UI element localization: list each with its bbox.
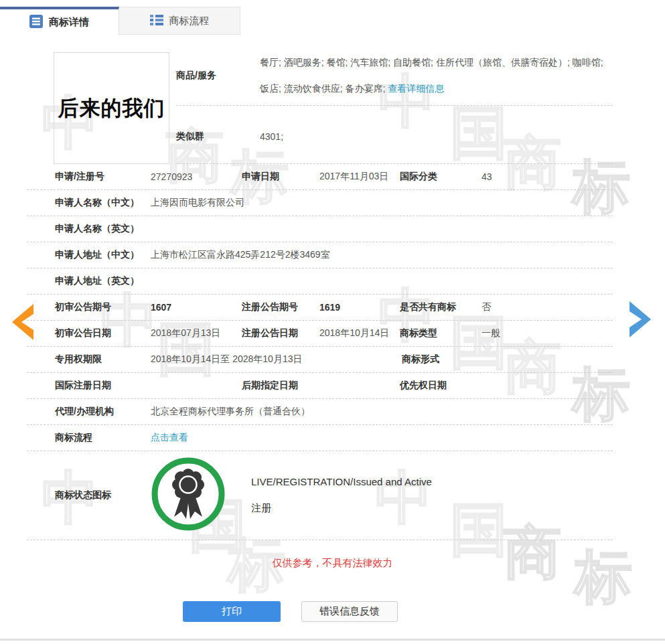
row-applicant-name-en: 申请人名称（英文） bbox=[27, 216, 613, 242]
shared-mark-value: 否 bbox=[482, 301, 613, 313]
trademark-detail-panel: 后来的我们 商品/服务 餐厅; 酒吧服务; 餐馆; 汽车旅馆; 自助餐馆; 住所… bbox=[27, 52, 613, 540]
reg-announce-date-label: 注册公告日期 bbox=[242, 327, 319, 339]
reg-announce-date-value: 2018年10月14日 bbox=[319, 327, 400, 339]
legal-disclaimer: 仅供参考，不具有法律效力 bbox=[0, 557, 665, 570]
address-cn-value: 上海市松江区富永路425弄212号2楼3469室 bbox=[151, 249, 613, 261]
reg-no-value: 27270923 bbox=[151, 171, 242, 182]
details-list-icon bbox=[29, 15, 43, 30]
reg-announce-no-value: 1619 bbox=[319, 302, 400, 313]
mark-form-label: 商标形式 bbox=[402, 353, 484, 366]
applicant-cn-label: 申请人名称（中文） bbox=[55, 197, 151, 209]
trademark-image: 后来的我们 bbox=[54, 52, 169, 164]
row-applicant-address-cn: 申请人地址（中文） 上海市松江区富永路425弄212号2楼3469室 bbox=[27, 242, 613, 268]
process-label: 商标流程 bbox=[55, 432, 151, 444]
goods-services-value: 餐厅; 酒吧服务; 餐馆; 汽车旅馆; 自助餐馆; 住所代理（旅馆、供膳寄宿处）… bbox=[260, 58, 613, 94]
similar-group-value: 4301; bbox=[260, 131, 283, 142]
first-trial-no-label: 初审公告期号 bbox=[55, 301, 151, 313]
row-trademark-process: 商标流程 点击查看 bbox=[27, 425, 613, 451]
shared-mark-label: 是否共有商标 bbox=[400, 301, 482, 313]
app-date-value: 2017年11月03日 bbox=[319, 171, 400, 183]
goods-services-line1: 餐厅; 酒吧服务; 餐馆; 汽车旅馆; 自助餐馆; 住所代理（旅馆、供膳寄宿处）… bbox=[260, 58, 613, 68]
row-announcement-numbers: 初审公告期号 1607 注册公告期号 1619 是否共有商标 否 bbox=[27, 295, 613, 321]
row-agency: 代理/办理机构 北京全程商标代理事务所（普通合伙） bbox=[27, 399, 613, 425]
row-registration-number: 申请/注册号 27270923 申请日期 2017年11月03日 国际分类 43 bbox=[27, 164, 613, 190]
tab-trademark-process[interactable]: 商标流程 bbox=[119, 7, 240, 35]
status-line2: 注册 bbox=[251, 502, 432, 515]
status-text: LIVE/REGISTRATION/Issued and Active 注册 bbox=[251, 476, 432, 515]
exclusive-period-value: 2018年10月14日至 2028年10月13日 bbox=[151, 353, 402, 366]
trademark-name: 后来的我们 bbox=[58, 94, 165, 123]
chevron-right-icon bbox=[628, 329, 652, 341]
reg-announce-no-label: 注册公告期号 bbox=[242, 301, 319, 313]
chevron-left-icon bbox=[11, 332, 35, 343]
view-detail-link[interactable]: 查看详细信息 bbox=[388, 83, 444, 94]
reg-no-label: 申请/注册号 bbox=[55, 171, 151, 183]
goods-services-row: 商品/服务 餐厅; 酒吧服务; 餐馆; 汽车旅馆; 自助餐馆; 住所代理（旅馆、… bbox=[176, 52, 613, 106]
row-trademark-status: 商标状态图标 LIVE/REGISTRATION/ bbox=[27, 451, 613, 540]
tab-trademark-details-label: 商标详情 bbox=[49, 16, 89, 29]
similar-group-row: 类似群 4301; bbox=[176, 106, 613, 164]
prev-record-button[interactable] bbox=[11, 303, 35, 344]
address-cn-label: 申请人地址（中文） bbox=[55, 249, 151, 261]
tab-trademark-process-label: 商标流程 bbox=[169, 15, 210, 27]
applicant-cn-value: 上海因而电影有限公司 bbox=[151, 197, 613, 209]
watermark-glyph: 标 bbox=[575, 548, 632, 605]
bottom-divider bbox=[0, 639, 665, 641]
process-list-icon bbox=[150, 13, 163, 29]
similar-group-label: 类似群 bbox=[176, 131, 260, 143]
goods-services-label: 商品/服务 bbox=[176, 70, 260, 82]
top-right-fields: 商品/服务 餐厅; 酒吧服务; 餐馆; 汽车旅馆; 自助餐馆; 住所代理（旅馆、… bbox=[176, 52, 613, 164]
row-announcement-dates: 初审公告日期 2018年07月13日 注册公告日期 2018年10月14日 商标… bbox=[27, 321, 613, 347]
tab-trademark-details[interactable]: 商标详情 bbox=[0, 7, 119, 35]
priority-date-label: 优先权日期 bbox=[400, 380, 482, 392]
row-international-dates: 国际注册日期 后期指定日期 优先权日期 bbox=[27, 373, 613, 399]
goods-services-line2-text: 饭店; 流动饮食供应; 备办宴席; bbox=[260, 83, 388, 94]
mark-type-value: 一般 bbox=[482, 327, 613, 339]
tab-bar: 商标详情 商标流程 bbox=[0, 7, 240, 35]
mark-type-label: 商标类型 bbox=[400, 327, 482, 339]
intl-reg-date-label: 国际注册日期 bbox=[55, 380, 151, 392]
agency-value: 北京全程商标代理事务所（普通合伙） bbox=[151, 406, 613, 418]
error-feedback-button[interactable]: 错误信息反馈 bbox=[301, 601, 398, 622]
print-button[interactable]: 打印 bbox=[183, 601, 281, 622]
exclusive-period-label: 专用权期限 bbox=[55, 353, 151, 366]
next-record-button[interactable] bbox=[628, 300, 652, 341]
agency-label: 代理/办理机构 bbox=[55, 406, 151, 418]
status-badge bbox=[151, 457, 251, 534]
row-exclusive-period: 专用权期限 2018年10月14日至 2028年10月13日 商标形式 bbox=[27, 347, 613, 373]
status-icon-label: 商标状态图标 bbox=[55, 489, 151, 501]
first-trial-no-value: 1607 bbox=[151, 302, 242, 313]
top-section: 后来的我们 商品/服务 餐厅; 酒吧服务; 餐馆; 汽车旅馆; 自助餐馆; 住所… bbox=[27, 52, 613, 164]
first-trial-date-label: 初审公告日期 bbox=[55, 327, 151, 339]
intl-class-label: 国际分类 bbox=[400, 171, 482, 183]
award-ribbon-icon bbox=[151, 457, 226, 534]
click-to-view-link[interactable]: 点击查看 bbox=[151, 432, 613, 444]
address-en-label: 申请人地址（英文） bbox=[55, 275, 151, 287]
intl-class-value: 43 bbox=[482, 171, 613, 182]
row-applicant-address-en: 申请人地址（英文） bbox=[27, 268, 613, 295]
later-designation-date-label: 后期指定日期 bbox=[242, 380, 319, 392]
first-trial-date-value: 2018年07月13日 bbox=[151, 327, 242, 339]
app-date-label: 申请日期 bbox=[242, 171, 319, 183]
status-line1: LIVE/REGISTRATION/Issued and Active bbox=[251, 476, 432, 487]
goods-services-line2: 饭店; 流动饮食供应; 备办宴席; 查看详细信息 bbox=[260, 84, 613, 94]
applicant-en-label: 申请人名称（英文） bbox=[55, 223, 151, 235]
row-applicant-name-cn: 申请人名称（中文） 上海因而电影有限公司 bbox=[27, 190, 613, 216]
